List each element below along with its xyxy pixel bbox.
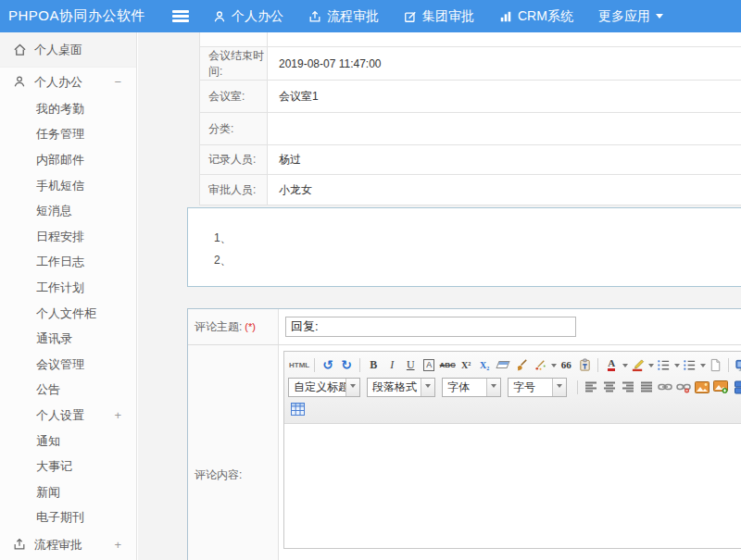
sidebar-item-milestones[interactable]: 大事记 — [0, 454, 136, 479]
select-arrow-icon — [345, 379, 359, 396]
sidebar-item-work-plan[interactable]: 工作计划 — [0, 275, 136, 301]
required-marker: (*) — [245, 321, 256, 332]
sidebar-item-news[interactable]: 新闻 — [0, 479, 136, 505]
snapshot-icon[interactable] — [711, 378, 730, 396]
editor-content-area[interactable] — [284, 424, 741, 548]
fullscreen-icon[interactable] — [733, 355, 741, 374]
table-row-partial — [200, 32, 741, 47]
sidebar-item-label: 个人办公 — [34, 74, 82, 91]
sidebar-item-label: 个人桌面 — [34, 42, 82, 58]
sidebar-item-sms[interactable]: 手机短信 — [0, 173, 136, 199]
font-box-button[interactable]: A — [423, 359, 434, 371]
sidebar-item-label: 手机短信 — [36, 178, 84, 194]
autotypeset-icon[interactable] — [531, 355, 549, 374]
editor-toolbar: HTML ↺ ↻ B I U A ABC X² — [284, 352, 741, 424]
eraser-icon[interactable] — [494, 355, 512, 374]
sidebar-item-task-management[interactable]: 任务管理 — [0, 122, 136, 148]
undo-icon[interactable]: ↺ — [319, 355, 337, 374]
new-page-icon[interactable] — [706, 355, 724, 374]
nav-label: CRM系统 — [518, 8, 573, 25]
insert-link-icon[interactable] — [656, 378, 674, 396]
sidebar-item-workflow-approval[interactable]: 流程审批 + — [0, 530, 136, 559]
format-brush-icon[interactable] — [512, 355, 531, 374]
sidebar-item-announcement[interactable]: 公告 — [0, 378, 136, 404]
sidebar-item-label: 电子期刊 — [36, 509, 84, 526]
nav-personal-office[interactable]: 个人办公 — [213, 8, 283, 25]
underline-button[interactable]: U — [401, 355, 420, 374]
nav-more-apps[interactable]: 更多应用 — [598, 8, 663, 25]
align-left-icon[interactable] — [582, 378, 600, 396]
font-select-value: 字体 — [443, 380, 486, 395]
sidebar-item-label: 新闻 — [36, 484, 60, 501]
heading-select[interactable]: 自定义标题 — [288, 378, 360, 397]
ordered-list-icon[interactable] — [654, 355, 672, 374]
table-row-approver: 审批人员: 小龙女 — [200, 175, 741, 205]
hamburger-menu-icon[interactable] — [172, 10, 189, 22]
comment-content-row: 评论内容: HTML ↺ ↻ B — [188, 345, 741, 560]
field-value: 杨过 — [268, 145, 741, 174]
italic-button[interactable]: I — [383, 355, 401, 374]
expand-icon[interactable]: + — [114, 538, 121, 552]
toolbar-row-1: HTML ↺ ↻ B I U A ABC X² — [288, 354, 741, 376]
font-select[interactable]: 字体 — [442, 378, 501, 397]
sidebar-item-personal-settings[interactable]: 个人设置+ — [0, 403, 136, 429]
strikethrough-button[interactable]: ABC — [438, 355, 457, 374]
subscript-button[interactable]: X₂ — [475, 355, 494, 374]
heading-select-value: 自定义标题 — [289, 380, 345, 395]
nav-crm-system[interactable]: CRM系统 — [499, 8, 573, 25]
home-icon — [13, 43, 27, 56]
sidebar-item-meeting-management[interactable]: 会议管理 — [0, 352, 136, 378]
select-arrow-icon — [486, 379, 500, 396]
redo-icon[interactable]: ↻ — [337, 355, 356, 374]
table-row-category: 分类: — [200, 113, 741, 145]
paste-as-text-icon[interactable] — [575, 355, 594, 374]
sidebar-item-label: 我的考勤 — [36, 101, 84, 118]
unordered-list-icon[interactable] — [680, 355, 698, 374]
justify-icon[interactable] — [637, 378, 656, 396]
insert-image-icon[interactable] — [693, 378, 711, 396]
sidebar-item-my-attendance[interactable]: 我的考勤 — [0, 96, 136, 122]
font-color-button[interactable]: A — [608, 358, 615, 371]
comment-subject-row: 评论主题: (*) — [188, 309, 741, 345]
insert-media-icon[interactable] — [730, 378, 741, 396]
sidebar-item-notification[interactable]: 通知 — [0, 429, 136, 454]
superscript-button[interactable]: X² — [457, 355, 475, 374]
paragraph-select-value: 段落格式 — [368, 380, 421, 395]
sidebar-item-label: 日程安排 — [36, 229, 84, 245]
collapse-icon[interactable]: − — [114, 75, 121, 89]
sidebar-item-work-log[interactable]: 工作日志 — [0, 250, 136, 276]
align-right-icon[interactable] — [619, 378, 637, 396]
select-arrow-icon — [421, 379, 434, 396]
sidebar-item-internal-mail[interactable]: 内部邮件 — [0, 147, 136, 173]
expand-icon[interactable]: + — [114, 408, 121, 422]
nav-group-approval[interactable]: 集团审批 — [404, 8, 474, 25]
nav-workflow-approval[interactable]: 流程审批 — [308, 8, 379, 25]
sidebar: 个人桌面 个人办公 − 我的考勤 任务管理 内部邮件 手机短信 短消息 日程安排… — [0, 32, 137, 560]
sidebar-item-label: 工作计划 — [36, 280, 84, 296]
highlight-color-icon[interactable] — [628, 355, 647, 374]
sidebar-item-personal-files[interactable]: 个人文件柜 — [0, 301, 136, 327]
sidebar-item-label: 任务管理 — [36, 126, 84, 143]
nav-label: 个人办公 — [232, 8, 283, 25]
sidebar-item-short-message[interactable]: 短消息 — [0, 198, 136, 224]
sidebar-item-label: 大事记 — [36, 458, 72, 475]
comment-subject-input[interactable] — [285, 317, 576, 337]
sidebar-item-personal-desktop[interactable]: 个人桌面 — [0, 32, 136, 68]
sidebar-item-e-journal[interactable]: 电子期刊 — [0, 505, 136, 531]
unlink-icon[interactable] — [674, 378, 693, 396]
sidebar-item-schedule[interactable]: 日程安排 — [0, 224, 136, 250]
blockquote-button[interactable]: 66 — [557, 355, 575, 374]
sidebar-item-contacts[interactable]: 通讯录 — [0, 326, 136, 352]
top-navbar: PHPOA协同办公软件 个人办公 流程审批 集团审批 — [0, 0, 741, 32]
sidebar-item-personal-office[interactable]: 个人办公 − — [0, 68, 136, 96]
bold-button[interactable]: B — [364, 355, 383, 374]
align-center-icon[interactable] — [600, 378, 619, 396]
paragraph-select[interactable]: 段落格式 — [367, 378, 435, 397]
nav-label: 集团审批 — [422, 8, 474, 25]
sidebar-item-label: 通讯录 — [36, 330, 72, 347]
html-source-button[interactable]: HTML — [288, 355, 310, 374]
fontsize-select[interactable]: 字号 — [508, 378, 567, 397]
field-label: 审批人员: — [200, 175, 268, 205]
table-row-end-time: 会议结束时间: 2019-08-07 11:47:00 — [200, 47, 741, 81]
insert-table-icon[interactable] — [288, 400, 307, 418]
